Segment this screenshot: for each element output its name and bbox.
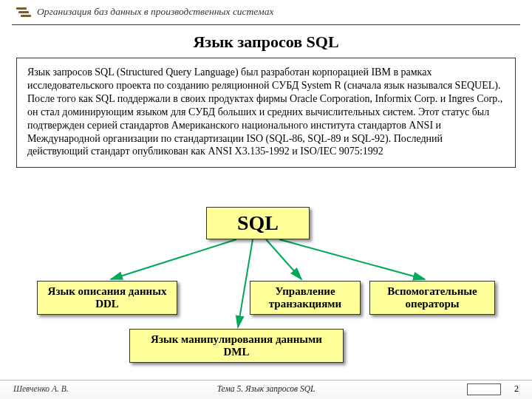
svg-line-3 [279, 239, 425, 279]
node-transactions: Управление транзакциями [250, 281, 361, 315]
node-ddl: Язык описания данных DDL [37, 281, 177, 315]
node-aux-line1: Вспомогательные [387, 285, 477, 298]
svg-line-0 [111, 239, 236, 279]
node-sql-label: SQL [237, 211, 279, 235]
footer-page-number: 2 [514, 383, 519, 395]
node-auxiliary: Вспомогательные операторы [369, 281, 495, 315]
slide-footer: Шевченко А. В. Тема 5. Язык запросов SQL… [0, 380, 532, 399]
body-text: Язык запросов SQL (Structured Query Lang… [16, 58, 516, 168]
node-ddl-line2: DDL [95, 298, 119, 310]
node-dml: Язык манипулирования данными DML [129, 329, 344, 363]
slide: Организация баз данных в производственны… [0, 0, 532, 399]
footer-topic: Тема 5. Язык запросов SQL [0, 384, 532, 393]
node-aux-line2: операторы [406, 298, 460, 310]
node-dml-line2: DML [224, 346, 250, 358]
node-txn-line2: транзакциями [269, 298, 341, 310]
node-dml-line1: Язык манипулирования данными [151, 333, 322, 346]
slide-header: Организация баз данных в производственны… [12, 4, 520, 25]
sql-diagram: SQL Язык описания данных DDL Управление … [0, 207, 532, 373]
svg-line-2 [266, 239, 301, 279]
slide-title: Язык запросов SQL [0, 33, 532, 52]
node-txn-line1: Управление [275, 285, 335, 298]
node-sql: SQL [206, 207, 310, 239]
header-icon [16, 7, 30, 18]
footer-box [467, 383, 501, 395]
node-ddl-line1: Язык описания данных [48, 285, 167, 298]
course-name: Организация баз данных в производственны… [37, 6, 273, 18]
